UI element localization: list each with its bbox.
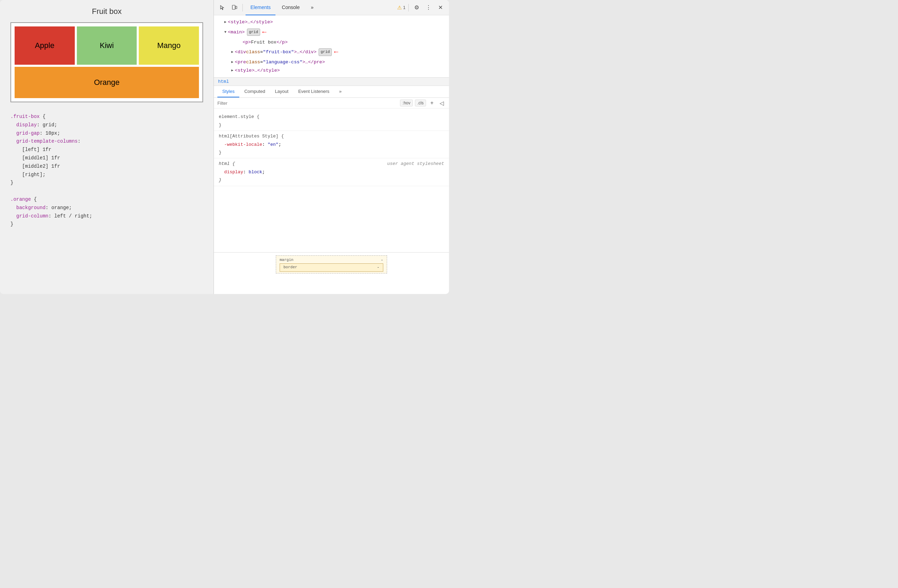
tab-elements[interactable]: Elements: [246, 0, 275, 15]
devtools-toolbar: Elements Console » ⚠ 1 ⚙ ⋮ ✕: [214, 0, 449, 15]
styles-filter-input[interactable]: [217, 100, 398, 106]
toolbar-separator-1: [242, 4, 243, 11]
toolbar-separator-2: [408, 4, 409, 11]
warning-badge: ⚠ 1: [397, 5, 406, 11]
kiwi-cell: Kiwi: [77, 26, 137, 65]
warning-icon: ⚠: [397, 5, 402, 11]
settings-button[interactable]: ⚙: [411, 2, 422, 13]
tab-styles[interactable]: Styles: [217, 86, 239, 97]
grid-badge-main[interactable]: grid: [247, 29, 260, 36]
toggle-sidebar-button[interactable]: ◁: [438, 99, 446, 107]
css-code-block: .fruit-box { display: grid; grid-gap: 10…: [11, 109, 203, 232]
red-arrow-div: ←: [334, 47, 338, 58]
hov-button[interactable]: :hov: [400, 100, 413, 106]
dom-line-p[interactable]: <p>Fruit box</p>: [214, 38, 449, 47]
close-button[interactable]: ✕: [435, 2, 446, 13]
tab-computed[interactable]: Computed: [239, 86, 270, 97]
box-model-section: margin - border -: [214, 252, 449, 294]
tab-console[interactable]: Console: [277, 0, 304, 15]
devtools-panel: Elements Console » ⚠ 1 ⚙ ⋮ ✕ ▶ <style>…<…: [214, 0, 449, 294]
styles-panel: Styles Computed Layout Event Listeners »…: [214, 86, 449, 294]
collapse-triangle-pre[interactable]: ▶: [231, 60, 234, 65]
orange-cell: Orange: [15, 67, 199, 98]
tab-event-listeners[interactable]: Event Listeners: [293, 86, 334, 97]
red-arrow-main: ←: [262, 27, 266, 38]
dom-tree: ▶ <style>…</style> ▼ <main> grid ← <p>Fr…: [214, 15, 449, 78]
svg-rect-0: [232, 5, 235, 9]
box-model-diagram: margin - border -: [214, 252, 449, 276]
tab-more[interactable]: »: [306, 0, 318, 15]
more-options-button[interactable]: ⋮: [423, 2, 434, 13]
styles-content: element.style { } html[Attributes Style]…: [214, 109, 449, 252]
expand-triangle[interactable]: ▼: [224, 29, 226, 35]
styles-filter-bar: :hov .cls + ◁: [214, 98, 449, 109]
tab-styles-more[interactable]: »: [334, 86, 346, 97]
left-panel: Fruit box Apple Kiwi Mango Orange .fruit…: [0, 0, 214, 294]
collapse-triangle[interactable]: ▶: [224, 20, 226, 25]
box-model-inner: border -: [280, 263, 383, 272]
fruit-box-display: Apple Kiwi Mango Orange: [11, 22, 203, 102]
device-toolbar-button[interactable]: [229, 2, 240, 13]
breadcrumb-bar: html: [214, 78, 449, 86]
dom-line-style[interactable]: ▶ <style>…</style>: [214, 18, 449, 26]
collapse-triangle-div[interactable]: ▶: [231, 49, 234, 55]
collapse-triangle-style2[interactable]: ▶: [231, 68, 234, 74]
css-rule-element-style: element.style { }: [214, 111, 449, 131]
cls-button[interactable]: .cls: [415, 100, 426, 106]
css-rule-html-ua: html { user agent stylesheet display: bl…: [214, 158, 449, 186]
box-model-outer: margin - border -: [276, 256, 387, 274]
mango-cell: Mango: [139, 26, 199, 65]
apple-cell: Apple: [15, 26, 75, 65]
svg-rect-1: [235, 6, 237, 9]
tab-layout[interactable]: Layout: [270, 86, 293, 97]
cursor-tool-button[interactable]: [217, 2, 228, 13]
grid-badge-div[interactable]: grid: [318, 48, 332, 56]
page-title: Fruit box: [11, 7, 203, 16]
dom-line-main[interactable]: ▼ <main> grid ←: [214, 26, 449, 38]
add-style-button[interactable]: +: [428, 99, 436, 107]
styles-tabs-bar: Styles Computed Layout Event Listeners »: [214, 86, 449, 98]
dom-line-div-fruitbox[interactable]: ▶ <div class="fruit-box">…</div> grid ←: [214, 46, 449, 58]
dom-line-style2[interactable]: ▶ <style>…</style>: [214, 66, 449, 75]
dom-line-pre[interactable]: ▶ <pre class="language-css">…</pre>: [214, 58, 449, 66]
css-rule-html-attrs: html[Attributes Style] { -webkit-locale:…: [214, 131, 449, 158]
